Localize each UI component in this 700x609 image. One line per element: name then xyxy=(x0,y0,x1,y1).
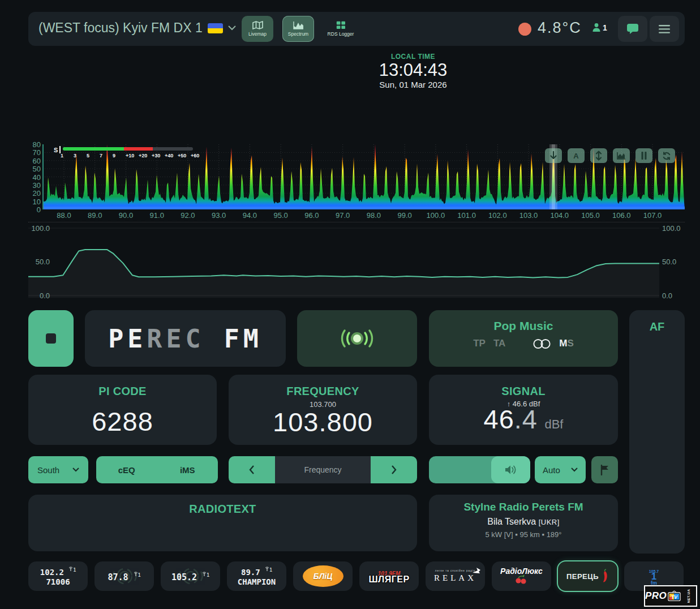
mode-select[interactable]: Auto xyxy=(535,456,586,483)
eq-ims-toggle: cEQ iMS xyxy=(96,456,218,483)
volume-slider[interactable] xyxy=(429,456,530,483)
station-preset-text-two[interactable]: 102.2 171006 xyxy=(28,561,88,591)
spectrum-x-tick: 94.0 xyxy=(238,211,261,220)
fm-dx-webserver-app: (WEST focus) Kyiv FM DX 1 Livemap Spectr… xyxy=(0,0,700,609)
s-meter-bar xyxy=(63,147,193,151)
frequency-panel: FREQUENCY 103.700 103.800 xyxy=(229,375,417,445)
spectrum-x-tick: 100.0 xyxy=(424,211,447,220)
resize-vertical-button[interactable] xyxy=(590,148,607,163)
spectrum-x-tick: 107.0 xyxy=(641,211,664,220)
station-preset-shlyager[interactable]: 101.9FM ШЛЯГЕР xyxy=(359,561,419,591)
chevron-left-icon xyxy=(249,465,255,475)
antenna-select[interactable]: South xyxy=(28,456,88,483)
spectrum-toolbar: A xyxy=(545,148,681,163)
tx-info-panel: Stylne Radio Perets FM Bila Tserkva [UKR… xyxy=(429,495,618,551)
s-meter-tick: +40 xyxy=(165,153,173,158)
history-y-tick: 100.0 xyxy=(23,224,50,233)
spectrum-x-tick: 102.0 xyxy=(486,211,509,220)
station-preset-relax[interactable]: легке та спокійне радіо RELAX xyxy=(426,561,485,591)
ta-flag: TA xyxy=(493,338,505,349)
chevron-right-icon xyxy=(391,465,397,475)
spectrum-x-tick: 88.0 xyxy=(53,211,75,220)
refresh-button[interactable] xyxy=(658,148,675,163)
s-meter-label: S xyxy=(54,147,58,153)
s-meter-tick: 5 xyxy=(87,153,89,158)
tune-down-button[interactable] xyxy=(229,456,275,483)
frequency-value[interactable]: 103.800 xyxy=(229,406,417,438)
station-preset-text-two[interactable]: 89.7 1CHAMPION xyxy=(227,561,286,591)
chart-style-button[interactable] xyxy=(613,148,630,163)
ps-name: PEREC FM xyxy=(108,324,263,354)
stereo-signal-icon xyxy=(339,326,375,351)
radiotext-label: RADIOTEXT xyxy=(28,503,417,516)
chat-icon xyxy=(626,23,639,35)
station-preset-freq-rings-105.2[interactable]: 105.2 1 xyxy=(161,561,220,591)
top-bar: (WEST focus) Kyiv FM DX 1 Livemap Spectr… xyxy=(28,12,685,46)
signal-value: 46.4 dBf xyxy=(429,404,618,435)
ps-name-panel: PEREC FM xyxy=(85,310,286,367)
station-preset-perets[interactable]: ПЕРЕЦЬ xyxy=(558,561,617,591)
pause-button[interactable] xyxy=(635,148,652,163)
antenna-value: South xyxy=(37,465,59,475)
s-meter-tick: +20 xyxy=(139,153,147,158)
menu-button[interactable] xyxy=(650,16,679,42)
tv-icon: TV xyxy=(668,589,681,603)
flag-button[interactable] xyxy=(591,456,618,483)
signal-panel: SIGNAL ↑ 46.6 dBf 46.4 dBf xyxy=(429,375,618,445)
chat-button[interactable] xyxy=(618,16,647,42)
station-preset-lux[interactable]: РадіоЛюкс xyxy=(492,561,551,591)
spectrum-x-tick: 92.0 xyxy=(177,211,199,220)
table-icon xyxy=(336,21,346,29)
spectrum-x-tick: 95.0 xyxy=(269,211,292,220)
spectrum-y-tick: 50 xyxy=(27,165,41,173)
spectrum-y-tick: 80 xyxy=(27,140,41,149)
station-preset-freq-rings-87.8[interactable]: 87.8 1 xyxy=(95,561,154,591)
stereo-circles-icon xyxy=(532,338,551,349)
history-y-tick: 50.0 xyxy=(662,258,689,266)
livemap-button[interactable]: Livemap xyxy=(242,16,273,42)
s-meter-tick: 7 xyxy=(100,153,102,158)
s-meter-tick: +50 xyxy=(178,153,186,158)
spectrum-y-tick: 70 xyxy=(27,148,41,157)
spectrum-button[interactable]: Spectrum xyxy=(282,16,314,42)
spectrum-y-tick: 20 xyxy=(27,189,41,198)
pty-label: Pop Music xyxy=(429,319,618,333)
spectrum-y-tick: 30 xyxy=(27,181,41,190)
local-time-value: 13:04:43 xyxy=(379,61,448,80)
spectrum-x-tick: 105.0 xyxy=(579,211,602,220)
protv-brand: PRO xyxy=(645,590,667,602)
ims-button[interactable]: iMS xyxy=(157,465,218,475)
s-meter: S 13579+10+20+30+40+50+60 xyxy=(54,146,207,161)
server-title[interactable]: (WEST focus) Kyiv FM DX 1 xyxy=(38,20,203,36)
ukraine-flag-icon xyxy=(208,23,223,33)
af-panel: AF xyxy=(629,310,685,554)
signal-history-chart xyxy=(28,222,659,302)
weather-icon xyxy=(518,23,531,36)
radiotext-panel: RADIOTEXT xyxy=(28,495,417,551)
local-date: Sun, 01 Mar 2026 xyxy=(379,80,448,89)
s-meter-tick: +60 xyxy=(191,153,199,158)
tune-up-button[interactable] xyxy=(371,456,417,483)
tx-city: Bila Tserkva [UKR] xyxy=(429,517,618,527)
speaker-icon xyxy=(505,465,517,475)
rds-logger-button[interactable]: RDS Logger xyxy=(323,16,358,42)
spectrum-y-tick: 40 xyxy=(27,173,41,182)
tx-details: 5 kW [V] ▪ 95 km ▪ 189° xyxy=(429,530,618,539)
frequency-input[interactable]: Frequency xyxy=(275,456,371,483)
flag-icon xyxy=(600,465,609,475)
record-stop-button[interactable] xyxy=(28,310,74,367)
stop-icon xyxy=(46,333,56,344)
history-y-tick: 0.0 xyxy=(23,291,50,300)
station-preset-blits[interactable]: БЛіЦ xyxy=(293,561,353,591)
listener-count: 1 xyxy=(603,23,607,32)
spectrum-x-tick: 104.0 xyxy=(548,211,571,220)
pi-code-label: PI CODE xyxy=(28,385,217,398)
chevron-down-icon xyxy=(571,468,578,472)
arrow-down-button[interactable] xyxy=(545,148,562,163)
tp-flag: TP xyxy=(473,338,486,349)
ceq-button[interactable]: cEQ xyxy=(96,465,157,475)
s-meter-tick: +30 xyxy=(152,153,160,158)
chevron-down-icon[interactable] xyxy=(228,25,236,31)
autoscale-button[interactable]: A xyxy=(568,148,585,163)
chevron-down-icon xyxy=(72,468,79,472)
